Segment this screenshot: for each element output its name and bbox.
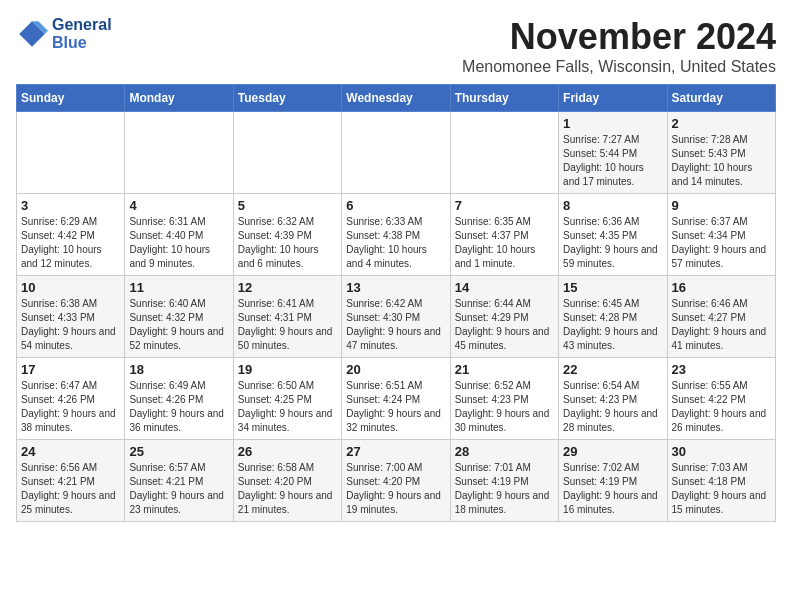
day-info: Sunrise: 6:54 AM Sunset: 4:23 PM Dayligh… <box>563 379 662 435</box>
day-info: Sunrise: 6:29 AM Sunset: 4:42 PM Dayligh… <box>21 215 120 271</box>
day-number: 12 <box>238 280 337 295</box>
day-number: 23 <box>672 362 771 377</box>
header-sunday: Sunday <box>17 85 125 112</box>
day-info: Sunrise: 6:31 AM Sunset: 4:40 PM Dayligh… <box>129 215 228 271</box>
day-info: Sunrise: 6:58 AM Sunset: 4:20 PM Dayligh… <box>238 461 337 517</box>
header-thursday: Thursday <box>450 85 558 112</box>
day-info: Sunrise: 6:38 AM Sunset: 4:33 PM Dayligh… <box>21 297 120 353</box>
table-row: 2Sunrise: 7:28 AM Sunset: 5:43 PM Daylig… <box>667 112 775 194</box>
calendar-row: 1Sunrise: 7:27 AM Sunset: 5:44 PM Daylig… <box>17 112 776 194</box>
day-info: Sunrise: 6:47 AM Sunset: 4:26 PM Dayligh… <box>21 379 120 435</box>
title-area: November 2024 Menomonee Falls, Wisconsin… <box>462 16 776 76</box>
table-row <box>233 112 341 194</box>
table-row: 7Sunrise: 6:35 AM Sunset: 4:37 PM Daylig… <box>450 194 558 276</box>
day-info: Sunrise: 7:02 AM Sunset: 4:19 PM Dayligh… <box>563 461 662 517</box>
day-number: 27 <box>346 444 445 459</box>
day-number: 17 <box>21 362 120 377</box>
calendar-row: 17Sunrise: 6:47 AM Sunset: 4:26 PM Dayli… <box>17 358 776 440</box>
table-row: 24Sunrise: 6:56 AM Sunset: 4:21 PM Dayli… <box>17 440 125 522</box>
header: General Blue November 2024 Menomonee Fal… <box>16 16 776 76</box>
day-number: 19 <box>238 362 337 377</box>
table-row <box>342 112 450 194</box>
table-row: 11Sunrise: 6:40 AM Sunset: 4:32 PM Dayli… <box>125 276 233 358</box>
day-number: 8 <box>563 198 662 213</box>
day-number: 6 <box>346 198 445 213</box>
logo: General Blue <box>16 16 112 51</box>
table-row: 27Sunrise: 7:00 AM Sunset: 4:20 PM Dayli… <box>342 440 450 522</box>
table-row: 26Sunrise: 6:58 AM Sunset: 4:20 PM Dayli… <box>233 440 341 522</box>
table-row: 15Sunrise: 6:45 AM Sunset: 4:28 PM Dayli… <box>559 276 667 358</box>
day-info: Sunrise: 6:49 AM Sunset: 4:26 PM Dayligh… <box>129 379 228 435</box>
calendar-row: 24Sunrise: 6:56 AM Sunset: 4:21 PM Dayli… <box>17 440 776 522</box>
day-info: Sunrise: 7:03 AM Sunset: 4:18 PM Dayligh… <box>672 461 771 517</box>
table-row: 14Sunrise: 6:44 AM Sunset: 4:29 PM Dayli… <box>450 276 558 358</box>
table-row <box>450 112 558 194</box>
table-row: 17Sunrise: 6:47 AM Sunset: 4:26 PM Dayli… <box>17 358 125 440</box>
header-wednesday: Wednesday <box>342 85 450 112</box>
month-title: November 2024 <box>462 16 776 58</box>
calendar-body: 1Sunrise: 7:27 AM Sunset: 5:44 PM Daylig… <box>17 112 776 522</box>
header-tuesday: Tuesday <box>233 85 341 112</box>
day-info: Sunrise: 6:55 AM Sunset: 4:22 PM Dayligh… <box>672 379 771 435</box>
day-number: 15 <box>563 280 662 295</box>
day-number: 10 <box>21 280 120 295</box>
day-number: 9 <box>672 198 771 213</box>
table-row: 5Sunrise: 6:32 AM Sunset: 4:39 PM Daylig… <box>233 194 341 276</box>
table-row: 1Sunrise: 7:27 AM Sunset: 5:44 PM Daylig… <box>559 112 667 194</box>
table-row: 28Sunrise: 7:01 AM Sunset: 4:19 PM Dayli… <box>450 440 558 522</box>
day-info: Sunrise: 7:27 AM Sunset: 5:44 PM Dayligh… <box>563 133 662 189</box>
day-info: Sunrise: 6:33 AM Sunset: 4:38 PM Dayligh… <box>346 215 445 271</box>
day-number: 20 <box>346 362 445 377</box>
day-info: Sunrise: 6:36 AM Sunset: 4:35 PM Dayligh… <box>563 215 662 271</box>
day-info: Sunrise: 6:46 AM Sunset: 4:27 PM Dayligh… <box>672 297 771 353</box>
table-row: 23Sunrise: 6:55 AM Sunset: 4:22 PM Dayli… <box>667 358 775 440</box>
table-row: 10Sunrise: 6:38 AM Sunset: 4:33 PM Dayli… <box>17 276 125 358</box>
day-number: 22 <box>563 362 662 377</box>
day-number: 16 <box>672 280 771 295</box>
day-number: 14 <box>455 280 554 295</box>
day-info: Sunrise: 6:37 AM Sunset: 4:34 PM Dayligh… <box>672 215 771 271</box>
header-row: Sunday Monday Tuesday Wednesday Thursday… <box>17 85 776 112</box>
day-number: 1 <box>563 116 662 131</box>
day-info: Sunrise: 6:50 AM Sunset: 4:25 PM Dayligh… <box>238 379 337 435</box>
day-info: Sunrise: 6:42 AM Sunset: 4:30 PM Dayligh… <box>346 297 445 353</box>
calendar-header: Sunday Monday Tuesday Wednesday Thursday… <box>17 85 776 112</box>
table-row: 25Sunrise: 6:57 AM Sunset: 4:21 PM Dayli… <box>125 440 233 522</box>
day-number: 24 <box>21 444 120 459</box>
day-info: Sunrise: 6:40 AM Sunset: 4:32 PM Dayligh… <box>129 297 228 353</box>
header-saturday: Saturday <box>667 85 775 112</box>
day-info: Sunrise: 7:28 AM Sunset: 5:43 PM Dayligh… <box>672 133 771 189</box>
table-row: 29Sunrise: 7:02 AM Sunset: 4:19 PM Dayli… <box>559 440 667 522</box>
day-info: Sunrise: 6:57 AM Sunset: 4:21 PM Dayligh… <box>129 461 228 517</box>
day-info: Sunrise: 6:56 AM Sunset: 4:21 PM Dayligh… <box>21 461 120 517</box>
day-number: 13 <box>346 280 445 295</box>
day-number: 30 <box>672 444 771 459</box>
logo-text: General Blue <box>52 16 112 51</box>
table-row <box>125 112 233 194</box>
day-info: Sunrise: 6:41 AM Sunset: 4:31 PM Dayligh… <box>238 297 337 353</box>
day-number: 3 <box>21 198 120 213</box>
table-row: 6Sunrise: 6:33 AM Sunset: 4:38 PM Daylig… <box>342 194 450 276</box>
day-number: 4 <box>129 198 228 213</box>
table-row <box>17 112 125 194</box>
calendar-row: 3Sunrise: 6:29 AM Sunset: 4:42 PM Daylig… <box>17 194 776 276</box>
table-row: 3Sunrise: 6:29 AM Sunset: 4:42 PM Daylig… <box>17 194 125 276</box>
day-info: Sunrise: 6:51 AM Sunset: 4:24 PM Dayligh… <box>346 379 445 435</box>
table-row: 13Sunrise: 6:42 AM Sunset: 4:30 PM Dayli… <box>342 276 450 358</box>
table-row: 4Sunrise: 6:31 AM Sunset: 4:40 PM Daylig… <box>125 194 233 276</box>
day-number: 21 <box>455 362 554 377</box>
day-number: 26 <box>238 444 337 459</box>
day-number: 25 <box>129 444 228 459</box>
table-row: 20Sunrise: 6:51 AM Sunset: 4:24 PM Dayli… <box>342 358 450 440</box>
logo-icon <box>16 18 48 50</box>
calendar-row: 10Sunrise: 6:38 AM Sunset: 4:33 PM Dayli… <box>17 276 776 358</box>
day-info: Sunrise: 7:01 AM Sunset: 4:19 PM Dayligh… <box>455 461 554 517</box>
table-row: 12Sunrise: 6:41 AM Sunset: 4:31 PM Dayli… <box>233 276 341 358</box>
day-number: 7 <box>455 198 554 213</box>
table-row: 22Sunrise: 6:54 AM Sunset: 4:23 PM Dayli… <box>559 358 667 440</box>
day-number: 11 <box>129 280 228 295</box>
header-monday: Monday <box>125 85 233 112</box>
day-number: 18 <box>129 362 228 377</box>
table-row: 8Sunrise: 6:36 AM Sunset: 4:35 PM Daylig… <box>559 194 667 276</box>
table-row: 21Sunrise: 6:52 AM Sunset: 4:23 PM Dayli… <box>450 358 558 440</box>
